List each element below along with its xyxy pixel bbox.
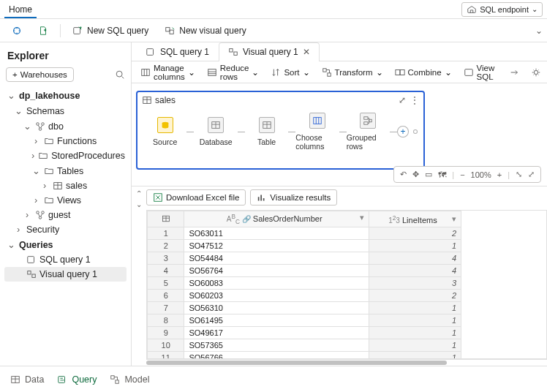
search-icon[interactable] xyxy=(115,69,125,80)
cell-lineitems[interactable]: 1 xyxy=(369,352,461,359)
step-table[interactable]: Table xyxy=(245,117,288,146)
tree-node-lakehouse[interactable]: ⌄dp_lakehouse xyxy=(4,88,127,103)
horizontal-scrollbar[interactable] xyxy=(146,359,547,366)
transform-button[interactable]: Transform ⌄ xyxy=(317,65,388,80)
tree-node-views[interactable]: ›Views xyxy=(4,193,127,208)
tree-node-functions[interactable]: ›Functions xyxy=(4,134,127,148)
chevron-down-icon[interactable]: ⌄ xyxy=(136,200,142,208)
tree-node-sql-query-1[interactable]: SQL query 1 xyxy=(4,252,127,267)
sort-button[interactable]: Sort ⌄ xyxy=(266,65,314,80)
table-row[interactable]: 7SO563101 xyxy=(148,302,461,314)
fullscreen-icon[interactable]: ⤢ xyxy=(528,170,535,179)
cell-salesorder[interactable]: SO57365 xyxy=(184,339,369,352)
table-row[interactable]: 2SO475121 xyxy=(148,240,461,252)
settings-button[interactable] xyxy=(527,65,546,80)
cell-lineitems[interactable]: 1 xyxy=(369,327,461,339)
cell-salesorder[interactable]: SO63011 xyxy=(184,227,369,240)
cell-lineitems[interactable]: 2 xyxy=(369,227,461,240)
filter-icon[interactable]: ▾ xyxy=(360,213,364,222)
table-row[interactable]: 3SO544844 xyxy=(148,252,461,265)
tree-node-security[interactable]: ›Security xyxy=(4,222,127,237)
results-grid[interactable]: ABC 🔗 SalesOrderNumber ▾ 123 LineItems ▾… xyxy=(146,210,547,359)
step-source[interactable]: Source xyxy=(143,117,186,146)
zoom-in-button[interactable]: + xyxy=(497,170,502,179)
fit-icon[interactable]: ▭ xyxy=(425,170,432,179)
new-sql-query-button[interactable]: New SQL query xyxy=(65,23,156,39)
table-row[interactable]: 11SO567661 xyxy=(148,352,461,359)
undo-icon[interactable]: ↶ xyxy=(400,170,407,179)
tree-node-tables[interactable]: ⌄Tables xyxy=(4,163,127,178)
view-sql-button[interactable]: View SQL xyxy=(459,61,499,83)
view-query[interactable]: Query xyxy=(57,374,97,385)
cell-salesorder[interactable]: SO47512 xyxy=(184,240,369,252)
cell-salesorder[interactable]: SO60083 xyxy=(184,277,369,290)
step-grouped-rows[interactable]: Grouped rows xyxy=(347,113,390,151)
chevron-up-icon[interactable]: ⌃ xyxy=(136,189,142,197)
reduce-rows-button[interactable]: Reduce rows ⌄ xyxy=(203,61,264,83)
add-step-button[interactable]: + xyxy=(397,126,409,137)
table-row[interactable]: 6SO602032 xyxy=(148,290,461,302)
table-row[interactable]: 5SO600833 xyxy=(148,277,461,290)
pipeline-sales[interactable]: sales ⤢ ⋮ Source Database Table Choose c… xyxy=(136,91,425,170)
cell-lineitems[interactable]: 4 xyxy=(369,252,461,265)
table-row[interactable]: 10SO573651 xyxy=(148,339,461,352)
cell-lineitems[interactable]: 4 xyxy=(369,265,461,277)
cell-salesorder[interactable]: SO56766 xyxy=(184,352,369,359)
tree-node-schemas[interactable]: ⌄Schemas xyxy=(4,103,127,118)
view-data[interactable]: Data xyxy=(10,374,44,385)
cell-lineitems[interactable]: 1 xyxy=(369,339,461,352)
table-row[interactable]: 8SO614951 xyxy=(148,314,461,327)
add-warehouses-button[interactable]: +Warehouses xyxy=(6,67,74,82)
cell-salesorder[interactable]: SO56310 xyxy=(184,302,369,314)
pan-icon[interactable]: ✥ xyxy=(412,170,419,179)
download-excel-button[interactable]: Download Excel file xyxy=(146,189,246,206)
view-model[interactable]: Model xyxy=(110,374,149,385)
tree-node-storedprocs[interactable]: ›StoredProcedures xyxy=(4,148,127,163)
row-header-corner[interactable] xyxy=(148,211,184,227)
filter-icon[interactable]: ▾ xyxy=(452,214,456,224)
new-visual-query-label: New visual query xyxy=(179,26,246,36)
tab-visual-query-1[interactable]: Visual query 1✕ xyxy=(219,42,320,61)
visualize-results-button[interactable]: Visualize results xyxy=(250,189,337,206)
cell-salesorder[interactable]: SO61495 xyxy=(184,314,369,327)
tree-node-guest[interactable]: ›guest xyxy=(4,208,127,222)
cell-salesorder[interactable]: SO49617 xyxy=(184,327,369,339)
more-icon[interactable]: ⋮ xyxy=(410,95,419,105)
sql-endpoint-selector[interactable]: SQL endpoint ⌄ xyxy=(461,2,543,17)
cell-salesorder[interactable]: SO60203 xyxy=(184,290,369,302)
zoom-out-button[interactable]: − xyxy=(460,170,464,179)
chevron-down-icon[interactable]: ⌄ xyxy=(535,26,543,36)
tree-node-queries[interactable]: ⌄Queries xyxy=(4,237,127,252)
manage-columns-button[interactable]: Manage columns ⌄ xyxy=(136,61,200,83)
new-item-button[interactable] xyxy=(31,23,56,39)
collapse-icon[interactable]: ⤡ xyxy=(516,170,522,179)
step-database[interactable]: Database xyxy=(194,117,237,146)
tree-node-visual-query-1[interactable]: Visual query 1 xyxy=(4,267,127,282)
step-choose-columns[interactable]: Choose columns xyxy=(295,113,339,151)
cell-lineitems[interactable]: 3 xyxy=(369,277,461,290)
expand-icon[interactable]: ⤢ xyxy=(399,95,406,105)
table-row[interactable]: 1SO630112 xyxy=(148,227,461,240)
cell-lineitems[interactable]: 1 xyxy=(369,302,461,314)
table-row[interactable]: 4SO567644 xyxy=(148,265,461,277)
map-icon[interactable]: 🗺 xyxy=(438,170,446,179)
column-header-salesorder[interactable]: ABC 🔗 SalesOrderNumber ▾ xyxy=(184,211,369,227)
tab-sql-query-1[interactable]: SQL query 1 xyxy=(136,42,219,61)
tree-node-dbo[interactable]: ⌄dbo xyxy=(4,118,127,134)
column-header-lineitems[interactable]: 123 LineItems ▾ xyxy=(369,211,461,227)
cell-salesorder[interactable]: SO56764 xyxy=(184,265,369,277)
export-button[interactable] xyxy=(505,65,524,80)
tree-node-sales[interactable]: ›sales xyxy=(4,178,127,193)
cell-lineitems[interactable]: 2 xyxy=(369,290,461,302)
cell-lineitems[interactable]: 1 xyxy=(369,314,461,327)
close-icon[interactable]: ✕ xyxy=(303,47,310,57)
visual-query-canvas[interactable]: sales ⤢ ⋮ Source Database Table Choose c… xyxy=(132,83,547,186)
pipeline-endpoint[interactable] xyxy=(413,129,418,134)
new-visual-query-button[interactable]: New visual query xyxy=(157,23,253,39)
tab-home[interactable]: Home xyxy=(4,1,37,18)
cell-lineitems[interactable]: 1 xyxy=(369,240,461,252)
cell-salesorder[interactable]: SO54484 xyxy=(184,252,369,265)
refresh-button[interactable] xyxy=(4,23,29,39)
table-row[interactable]: 9SO496171 xyxy=(148,327,461,339)
combine-button[interactable]: Combine ⌄ xyxy=(391,65,456,80)
